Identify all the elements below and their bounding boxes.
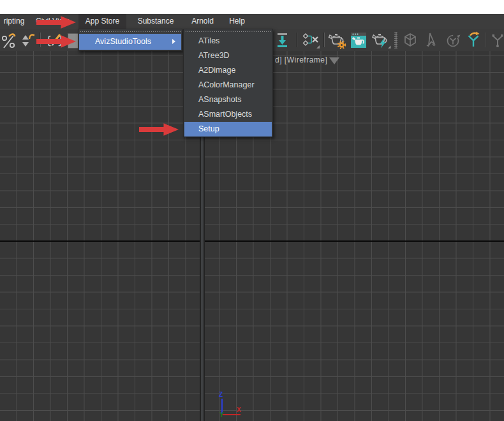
submenu-item-asmartobjects[interactable]: ASmartObjects <box>184 107 272 122</box>
menu-tearoff-handle[interactable] <box>80 31 181 33</box>
import-icon[interactable] <box>274 31 291 49</box>
main-menu-bar: ripting Civil View App Store Substance A… <box>0 14 504 29</box>
grid-main-axis-line <box>0 240 504 242</box>
app-store-menu: AvizStudioTools <box>78 29 182 51</box>
menu-item-scripting[interactable]: ripting <box>1 14 27 29</box>
toolbar-separator <box>323 33 325 47</box>
submenu-item-setup[interactable]: Setup <box>184 122 272 137</box>
menu-item-help[interactable]: Help <box>223 14 251 29</box>
axis-tripod-icon[interactable] <box>465 31 482 49</box>
axis-x-label: X <box>237 406 241 413</box>
menu-item-app-store[interactable]: App Store <box>78 14 126 29</box>
submenu-item-acolormanager[interactable]: AColorManager <box>184 78 272 92</box>
schematic-view-icon[interactable] <box>301 31 320 49</box>
transform-gizmo-icon[interactable] <box>402 31 419 49</box>
screenshot-root: d] [Wireframe] Z X Y ripting Civil View … <box>0 0 504 421</box>
menu-item-avizstudiotools[interactable]: AvizStudioTools <box>79 34 181 50</box>
world-axis-tripod: Z X Y <box>212 389 246 420</box>
submenu-item-a2dimage[interactable]: A2Dimage <box>184 63 272 78</box>
axis-tripod-alt-icon[interactable] <box>489 31 504 49</box>
axis-z-label: Z <box>219 391 223 398</box>
viewport-shading-label[interactable]: d] [Wireframe] <box>275 55 327 64</box>
rotate-icon[interactable] <box>445 31 461 49</box>
toolbar-separator <box>485 33 486 47</box>
select-cursor-icon[interactable] <box>424 31 440 49</box>
menu-item-substance[interactable]: Substance <box>131 14 181 29</box>
render-setup-icon[interactable] <box>328 31 347 49</box>
avizstudiotools-submenu: ATiles ATree3D A2Dimage AColorManager AS… <box>183 29 273 137</box>
submenu-item-asnapshots[interactable]: ASnapshots <box>184 92 272 107</box>
menu-item-arnold[interactable]: Arnold <box>185 14 220 29</box>
rendered-frame-window-icon[interactable] <box>350 31 367 49</box>
axis-y-label: Y <box>219 411 224 418</box>
submenu-item-atree3d[interactable]: ATree3D <box>184 48 272 63</box>
submenu-item-atiles[interactable]: ATiles <box>184 34 272 48</box>
toolbar-grip[interactable] <box>394 32 397 48</box>
percent-snap-icon[interactable] <box>1 31 17 49</box>
submenu-arrow-icon <box>172 39 175 44</box>
viewport-label-caret-icon[interactable] <box>329 57 339 64</box>
toolbar-separator <box>296 33 297 47</box>
menu-tearoff-handle[interactable] <box>185 31 271 33</box>
spinner-snap-icon[interactable] <box>20 31 36 49</box>
menu-item-label: AvizStudioTools <box>95 37 151 46</box>
render-production-icon[interactable] <box>372 31 391 49</box>
